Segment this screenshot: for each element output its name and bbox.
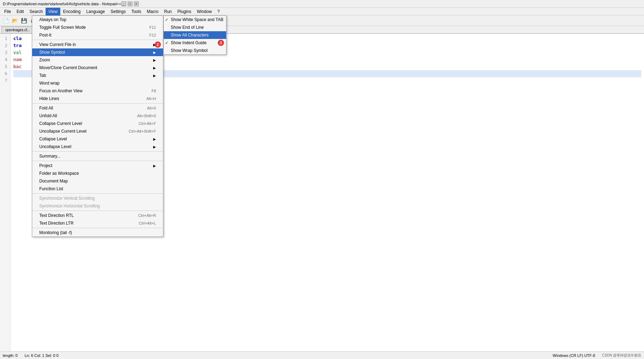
post-it-shortcut: F12 (149, 33, 156, 37)
menu-show-symbol[interactable]: Show Symbol ▶ (32, 48, 163, 56)
menu-text-dir-rtl[interactable]: Text Direction RTL Ctrl+Alt+R (32, 212, 163, 219)
menu-fold-all[interactable]: Fold All Alt+0 (32, 104, 163, 112)
menu-show-wrap-symbol[interactable]: Show Wrap Symbol (164, 47, 226, 54)
unfold-all-label: Unfold All (39, 113, 57, 118)
menu-tab[interactable]: Tab ▶ (32, 72, 163, 79)
menu-show-all-characters[interactable]: Show All Characters (164, 31, 226, 39)
menu-function-list[interactable]: Function List (32, 185, 163, 193)
collapse-current-shortcut: Ctrl+Alt+F (138, 121, 156, 126)
menu-text-dir-ltr[interactable]: Text Direction LTR Ctrl+Alt+L (32, 219, 163, 227)
line-num-6: 6 (3, 70, 7, 77)
menu-toggle-fullscreen[interactable]: Toggle Full Screen Mode F11 (32, 24, 163, 31)
sep-5 (32, 193, 163, 194)
menu-window[interactable]: Window (194, 8, 215, 15)
post-it-label: Post-It (39, 33, 52, 38)
menu-collapse-current[interactable]: Collapse Current Level Ctrl+Alt+F (32, 120, 163, 127)
menu-file[interactable]: File (1, 8, 14, 15)
tab-openlnages-label: openlnages.cf... (5, 28, 30, 32)
menu-tools[interactable]: Tools (129, 8, 144, 15)
zoom-label: Zoom (39, 58, 50, 62)
menu-run[interactable]: Run (161, 8, 175, 15)
close-button[interactable]: × (134, 1, 139, 6)
fold-all-shortcut: Alt+0 (147, 106, 156, 110)
unfold-all-shortcut: Alt+Shift+0 (137, 114, 156, 118)
hide-lines-shortcut: Alt+H (147, 97, 156, 101)
menu-sync-vertical: Synchronize Vertical Scrolling (32, 194, 163, 202)
uncollapse-level-arrow: ▶ (153, 145, 156, 149)
line-numbers: 1 2 3 4 5 6 7 (0, 34, 11, 351)
menu-word-wrap[interactable]: Word wrap (32, 79, 163, 87)
menu-show-indent-guide[interactable]: ✓ Show Indent Guide 3 (164, 39, 226, 47)
maximize-button[interactable]: □ (128, 1, 133, 6)
show-symbol-label: Show Symbol (39, 50, 65, 55)
save-button[interactable]: 💾 (20, 16, 28, 25)
line-num-4: 4 (3, 56, 7, 63)
menu-plugins[interactable]: Plugins (175, 8, 194, 15)
menu-move-clone[interactable]: Move/Clone Current Document ▶ (32, 64, 163, 72)
menu-help[interactable]: ? (215, 8, 223, 15)
hide-lines-label: Hide Lines (39, 96, 59, 101)
status-position: Ln: 6 Col: 1 Sel: 0 0 (25, 353, 59, 358)
open-button[interactable]: 📂 (11, 16, 19, 25)
line-num-2: 2 (3, 42, 7, 49)
menu-search[interactable]: Search (27, 8, 46, 15)
menu-edit[interactable]: Edit (14, 8, 27, 15)
minimize-button[interactable]: _ (121, 1, 126, 6)
show-whitespace-label: Show White Space and TAB (171, 17, 223, 22)
menu-settings[interactable]: Settings (108, 8, 128, 15)
sep-6 (32, 211, 163, 211)
menu-view[interactable]: View (46, 8, 60, 15)
menu-folder-workspace[interactable]: Folder as Workspace (32, 169, 163, 177)
status-bar: length: 0 Ln: 6 Col: 1 Sel: 0 0 Windows … (0, 351, 644, 359)
menu-collapse-level[interactable]: Collapse Level ▶ (32, 135, 163, 143)
menu-always-on-top[interactable]: Always on Top (32, 16, 163, 24)
new-button[interactable]: 📄 (1, 16, 10, 25)
menu-view-current-file-in[interactable]: View Current File in ▶ 2 (32, 41, 163, 48)
menu-hide-lines[interactable]: Hide Lines Alt+H (32, 95, 163, 102)
menu-language[interactable]: Language (83, 8, 108, 15)
tab-label: Tab (39, 73, 46, 78)
menu-document-map[interactable]: Document Map (32, 177, 163, 185)
status-encoding: Windows (CR LF) UTF-8 (553, 353, 595, 358)
view-current-file-in-label: View Current File in (39, 42, 76, 47)
menu-post-it[interactable]: Post-It F12 (32, 31, 163, 39)
show-all-characters-label: Show All Characters (171, 33, 209, 38)
menu-sync-horizontal: Synchronize Horizontal Scrolling (32, 202, 163, 210)
menu-project[interactable]: Project ▶ (32, 162, 163, 169)
uncollapse-current-label: Uncollapse Current Level (39, 129, 87, 134)
menu-zoom[interactable]: Zoom ▶ (32, 56, 163, 64)
menu-unfold-all[interactable]: Unfold All Alt+Shift+0 (32, 112, 163, 120)
show-wrap-symbol-label: Show Wrap Symbol (171, 48, 208, 53)
line-num-3: 3 (3, 49, 7, 56)
menu-focus-another-view[interactable]: Focus on Another View F8 (32, 87, 163, 95)
zoom-arrow: ▶ (153, 58, 156, 62)
folder-workspace-label: Folder as Workspace (39, 171, 79, 176)
tab-arrow: ▶ (153, 74, 156, 78)
menu-monitoring[interactable]: Monitoring (tail -f) (32, 229, 163, 237)
menu-uncollapse-level[interactable]: Uncollapse Level ▶ (32, 143, 163, 151)
document-map-label: Document Map (39, 179, 68, 184)
move-clone-label: Move/Clone Current Document (39, 65, 97, 70)
menu-show-whitespace[interactable]: ✓ Show White Space and TAB (164, 16, 226, 24)
text-dir-rtl-label: Text Direction RTL (39, 213, 74, 218)
show-indent-guide-label: Show Indent Guide (171, 40, 206, 45)
status-length: length: 0 (3, 353, 18, 358)
sep-4 (32, 161, 163, 161)
text-dir-rtl-shortcut: Ctrl+Alt+R (138, 213, 156, 218)
menu-macro[interactable]: Macro (144, 8, 161, 15)
move-clone-arrow: ▶ (153, 66, 156, 70)
menu-show-end-of-line[interactable]: Show End of Line (164, 24, 226, 31)
line-num-5: 5 (3, 63, 7, 70)
sep-1 (32, 40, 163, 40)
menu-summary[interactable]: Summary... (32, 152, 163, 160)
word-wrap-label: Word wrap (39, 81, 60, 86)
menu-uncollapse-current[interactable]: Uncollapse Current Level Ctrl+Alt+Shift+… (32, 127, 163, 135)
status-credit: CSDN @零碎@流年絮语 (602, 353, 641, 358)
badge-3: 3 (218, 40, 224, 46)
sync-vertical-label: Synchronize Vertical Scrolling (39, 196, 95, 201)
window-controls: _ □ × (121, 1, 139, 6)
text-dir-ltr-shortcut: Ctrl+Alt+L (139, 221, 156, 225)
menu-encoding[interactable]: Encoding (60, 8, 83, 15)
title-bar-text: D:\Program\darknet-master\darknet\x64\cf… (3, 2, 121, 6)
text-dir-ltr-label: Text Direction LTR (39, 221, 74, 226)
